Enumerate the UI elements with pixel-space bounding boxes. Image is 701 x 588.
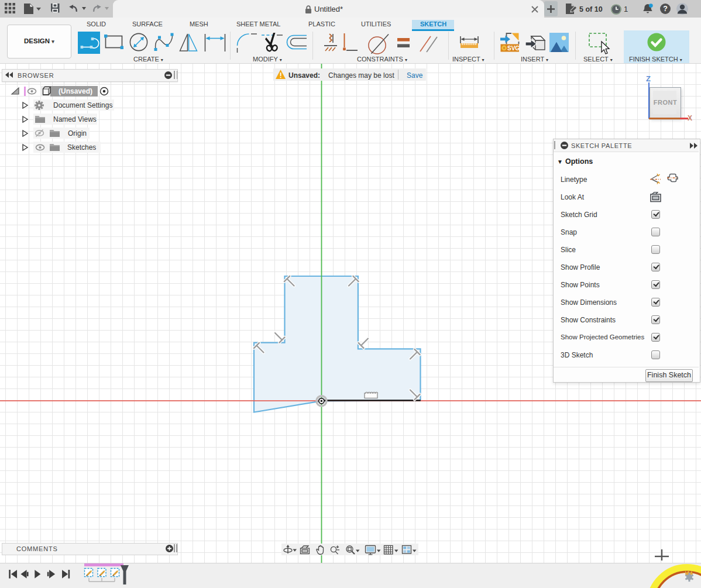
svg-text:SVG: SVG [507, 45, 520, 51]
svg-text:?: ? [663, 5, 668, 13]
